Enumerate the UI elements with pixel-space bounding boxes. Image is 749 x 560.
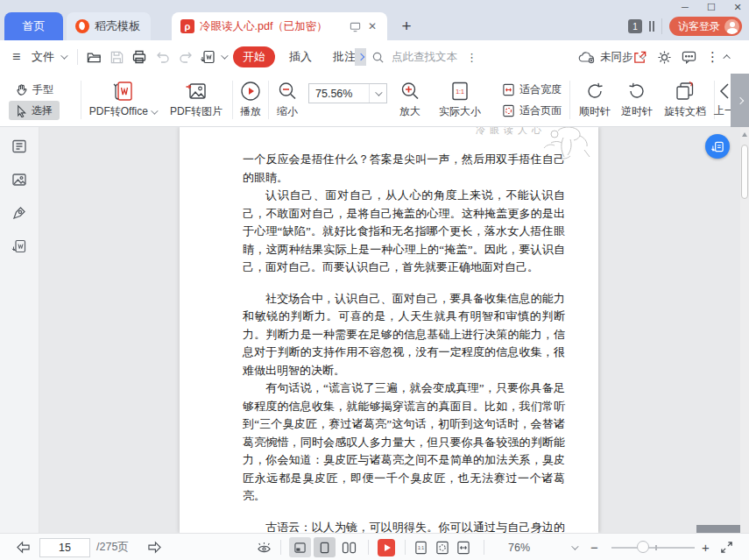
fit-page-icon — [502, 104, 515, 117]
hand-tool-label: 手型 — [32, 82, 53, 97]
zoom-percent-dropdown[interactable] — [571, 534, 576, 560]
minimize-button[interactable]: ─ — [679, 2, 691, 13]
chevron-right-icon — [357, 53, 364, 60]
page-number-input[interactable] — [39, 538, 90, 557]
status-fit-page-button[interactable] — [435, 541, 449, 555]
status-zoom-percent[interactable]: 76% — [508, 534, 530, 560]
file-menu[interactable]: 文件 — [32, 40, 66, 74]
rotate-document-button[interactable]: 旋转文档 — [659, 74, 711, 126]
view-mode-two-page-button[interactable] — [338, 537, 360, 557]
tab-close-icon[interactable]: ✕ — [366, 20, 378, 32]
fit-page-button[interactable]: 适合页面 — [496, 101, 568, 120]
select-tool-button[interactable]: 选择 — [9, 101, 60, 120]
more-options-icon[interactable]: ⋮ — [706, 40, 720, 74]
zoom-slider-track[interactable] — [611, 547, 695, 549]
view-mode-reading-button[interactable] — [289, 537, 311, 557]
login-label: 访客登录 — [678, 19, 720, 34]
gear-icon[interactable] — [657, 40, 672, 74]
zoom-increase-button[interactable]: + — [702, 534, 710, 560]
menu-comment[interactable]: 批注 — [333, 40, 356, 74]
vertical-scrollbar[interactable] — [740, 127, 749, 533]
window-controls: ─ ☐ ✕ — [679, 2, 744, 13]
zoom-out-button[interactable]: 缩小 — [271, 74, 304, 126]
play-button[interactable]: 播放 — [235, 74, 266, 126]
reading-layout-icon — [293, 542, 307, 554]
undo-icon[interactable] — [155, 40, 171, 74]
scrollbar-thumb[interactable] — [741, 145, 748, 199]
signature-panel-icon[interactable] — [11, 205, 27, 221]
search-input[interactable]: 点此查找文本 ⋮ — [371, 40, 478, 74]
menu-insert[interactable]: 插入 — [289, 40, 312, 74]
tab-home[interactable]: 首页 — [4, 12, 63, 40]
tab-document-label: 冷眼读人心.pdf（已加密） — [200, 19, 344, 34]
monitor-icon[interactable] — [350, 21, 361, 32]
status-next-page-button[interactable] — [147, 534, 162, 560]
zoom-slider-handle[interactable] — [637, 541, 649, 553]
divider — [77, 49, 78, 65]
redo-icon[interactable] — [178, 40, 194, 74]
window-list-icon[interactable] — [649, 21, 654, 32]
toolbar-overflow-expander[interactable] — [731, 74, 749, 127]
status-play-button[interactable] — [378, 539, 395, 556]
eye-protect-button[interactable] — [256, 534, 272, 560]
file-menu-label: 文件 — [32, 49, 54, 65]
actual-size-button[interactable]: 1:1 实际大小 — [433, 74, 487, 126]
hamburger-icon[interactable]: ≡ — [12, 40, 20, 74]
arrow-right-icon — [147, 541, 162, 554]
pdf-to-office-button[interactable]: PDF转Office — [84, 74, 161, 126]
zoom-combobox[interactable] — [308, 83, 387, 103]
actual-size-icon: 1:1 — [449, 81, 470, 102]
zoom-value-input[interactable] — [309, 88, 369, 100]
titlebar: 首页 稻壳模板 ρ 冷眼读人心.pdf（已加密） ✕ + ─ ☐ ✕ 1 访客登… — [0, 0, 749, 40]
menu-start[interactable]: 开始 — [233, 46, 275, 67]
status-prev-page-button[interactable] — [16, 534, 31, 560]
image-panel-icon[interactable] — [11, 172, 27, 188]
svg-text:1:1: 1:1 — [456, 89, 464, 95]
maximize-button[interactable]: ☐ — [705, 2, 717, 13]
collapse-ribbon-icon[interactable] — [725, 40, 731, 74]
new-tab-button[interactable]: + — [396, 16, 417, 37]
search-options-icon[interactable]: ⋮ — [466, 51, 478, 64]
scroll-up-icon[interactable] — [742, 132, 747, 137]
pdf-to-word-panel-icon[interactable] — [11, 238, 27, 254]
save-icon[interactable] — [110, 40, 124, 74]
pdf-to-image-button[interactable]: PDF转图片 — [163, 74, 230, 126]
status-fit-width-button[interactable] — [456, 541, 470, 555]
chevron-down-icon — [60, 52, 67, 59]
zoom-dropdown-button[interactable] — [369, 84, 385, 103]
cursor-icon — [15, 104, 27, 117]
fit-width-button[interactable]: 适合宽度 — [496, 80, 568, 99]
comment-bubble-icon[interactable] — [682, 40, 696, 74]
pdf-convert-icon — [711, 140, 724, 153]
close-button[interactable]: ✕ — [731, 2, 744, 13]
zoom-100-tick — [655, 545, 657, 550]
tab-docer[interactable]: 稻壳模板 — [67, 12, 151, 40]
pdf-to-word-icon[interactable] — [201, 40, 216, 74]
open-file-icon[interactable] — [86, 40, 102, 74]
fullscreen-icon — [720, 541, 733, 554]
share-icon[interactable] — [632, 40, 647, 74]
export-dropdown[interactable] — [221, 40, 226, 74]
tab-count-badge[interactable]: 1 — [628, 19, 642, 33]
hand-tool-button[interactable]: 手型 — [9, 80, 60, 99]
tab-document[interactable]: ρ 冷眼读人心.pdf（已加密） ✕ — [172, 12, 387, 40]
pdf-page[interactable]: 冷眼读人心 一个反应会是捂住什么？答案是尖叫一声，然后用双手捂住自己的眼睛。 认… — [180, 127, 598, 533]
zoom-decrease-button[interactable]: − — [590, 534, 598, 560]
view-mode-single-page-button[interactable] — [314, 537, 336, 557]
pdf-to-image-float-button[interactable] — [705, 134, 730, 159]
print-icon[interactable] — [131, 40, 147, 74]
fullscreen-button[interactable] — [720, 534, 733, 560]
page-total-label: /275页 — [96, 534, 129, 560]
outline-panel-icon[interactable] — [11, 138, 27, 154]
menubar: ≡ 文件 开始 插入 批注 — [0, 40, 749, 74]
menu-overflow-expander[interactable] — [355, 48, 366, 66]
play-icon — [385, 544, 391, 551]
login-button[interactable]: 访客登录 — [669, 17, 742, 36]
status-actual-size-button[interactable]: 1:1 — [413, 541, 428, 555]
rotate-clockwise-button[interactable]: 顺时针 — [575, 74, 615, 126]
rotate-document-icon — [674, 81, 696, 102]
search-icon — [371, 51, 385, 64]
zoom-in-button[interactable]: 放大 — [393, 74, 427, 126]
rotate-counterclockwise-button[interactable]: 逆时针 — [617, 74, 657, 126]
chevron-down-icon — [221, 52, 228, 59]
